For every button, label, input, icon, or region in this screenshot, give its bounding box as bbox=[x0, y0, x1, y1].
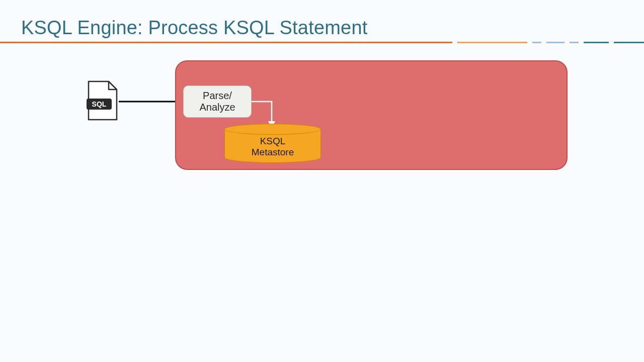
sql-file-icon: SQL bbox=[87, 80, 119, 122]
rule-segment bbox=[457, 42, 528, 43]
rule-segment bbox=[0, 42, 452, 43]
divider-rule bbox=[0, 42, 644, 43]
metastore-label: KSQL Metastore bbox=[224, 136, 321, 158]
rule-segment bbox=[546, 42, 565, 43]
sql-file-label: SQL bbox=[92, 100, 107, 108]
parse-analyze-node: Parse/ Analyze bbox=[183, 85, 252, 118]
metastore-line2: Metastore bbox=[252, 147, 294, 157]
slide-title: KSQL Engine: Process KSQL Statement bbox=[21, 17, 368, 39]
parse-node-line1: Parse/ bbox=[203, 90, 232, 101]
rule-segment bbox=[584, 42, 609, 43]
rule-segment bbox=[570, 42, 579, 43]
metastore-line1: KSQL bbox=[260, 136, 286, 146]
parse-node-line2: Analyze bbox=[199, 102, 235, 113]
ksql-metastore-cylinder: KSQL Metastore bbox=[224, 124, 321, 163]
arrow-sql-to-parse bbox=[119, 98, 184, 105]
rule-segment bbox=[532, 42, 541, 43]
rule-segment bbox=[614, 42, 644, 43]
cylinder-top bbox=[224, 124, 321, 135]
